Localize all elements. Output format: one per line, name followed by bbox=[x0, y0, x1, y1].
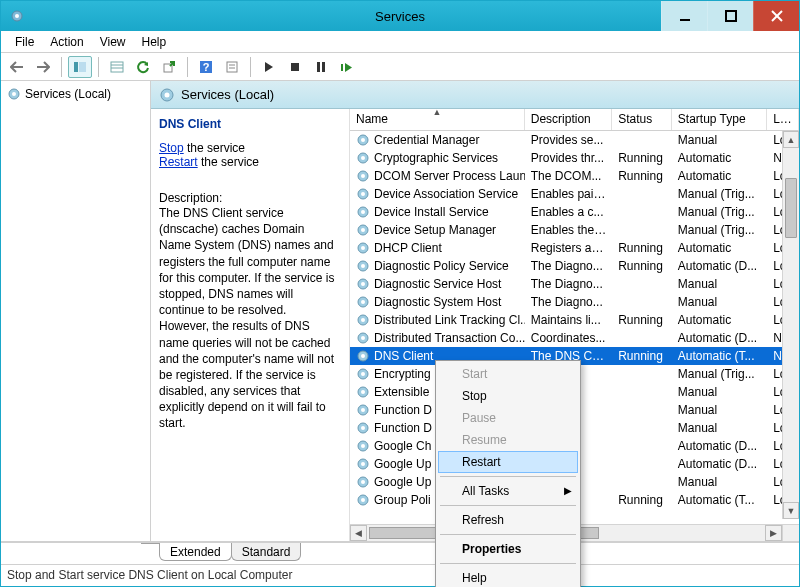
refresh-button[interactable] bbox=[131, 56, 155, 78]
svg-rect-19 bbox=[322, 62, 325, 72]
service-name-cell: Distributed Transaction Co... bbox=[374, 331, 525, 345]
restart-service-link[interactable]: Restart bbox=[159, 155, 198, 169]
service-status-cell: Running bbox=[612, 493, 672, 507]
separator bbox=[98, 57, 99, 77]
svg-point-52 bbox=[361, 372, 365, 376]
service-row[interactable]: Device Association ServiceEnables pair..… bbox=[350, 185, 799, 203]
menu-action[interactable]: Action bbox=[42, 33, 91, 51]
service-row[interactable]: Cryptographic ServicesProvides thr...Run… bbox=[350, 149, 799, 167]
service-description-cell: Enables the ... bbox=[525, 223, 612, 237]
scroll-left-icon[interactable]: ◀ bbox=[350, 525, 367, 541]
pause-service-button[interactable] bbox=[309, 56, 333, 78]
ctx-pause: Pause bbox=[438, 407, 578, 429]
column-startup-type[interactable]: Startup Type bbox=[672, 109, 767, 130]
service-description-cell: Registers an... bbox=[525, 241, 612, 255]
svg-point-48 bbox=[361, 336, 365, 340]
list-view-button[interactable] bbox=[105, 56, 129, 78]
nav-back-button[interactable] bbox=[5, 56, 29, 78]
export-button[interactable] bbox=[157, 56, 181, 78]
svg-point-64 bbox=[361, 480, 365, 484]
service-row[interactable]: DHCP ClientRegisters an...RunningAutomat… bbox=[350, 239, 799, 257]
service-startup-cell: Automatic (D... bbox=[672, 457, 767, 471]
show-hide-tree-button[interactable] bbox=[68, 56, 92, 78]
scroll-right-icon[interactable]: ▶ bbox=[765, 525, 782, 541]
service-row[interactable]: DCOM Server Process Laun...The DCOM...Ru… bbox=[350, 167, 799, 185]
svg-point-1 bbox=[15, 14, 19, 18]
ctx-all-tasks[interactable]: All Tasks▶ bbox=[438, 480, 578, 502]
stop-service-button[interactable] bbox=[283, 56, 307, 78]
column-name[interactable]: Name▲ bbox=[350, 109, 525, 130]
maximize-button[interactable] bbox=[707, 1, 753, 31]
column-log-on-as[interactable]: Log bbox=[767, 109, 799, 130]
scroll-down-icon[interactable]: ▼ bbox=[783, 502, 799, 519]
service-name-cell: Credential Manager bbox=[374, 133, 479, 147]
right-pane-header: Services (Local) bbox=[151, 81, 799, 109]
ctx-properties[interactable]: Properties bbox=[438, 538, 578, 560]
column-description[interactable]: Description bbox=[525, 109, 612, 130]
status-bar: Stop and Start service DNS Client on Loc… bbox=[1, 564, 799, 586]
service-description-cell: Enables a c... bbox=[525, 205, 612, 219]
service-row[interactable]: Diagnostic Service HostThe Diagno...Manu… bbox=[350, 275, 799, 293]
svg-point-30 bbox=[361, 174, 365, 178]
service-name-cell: Distributed Link Tracking Cl... bbox=[374, 313, 525, 327]
gear-icon bbox=[356, 151, 370, 165]
service-name-cell: DHCP Client bbox=[374, 241, 442, 255]
separator bbox=[440, 563, 576, 564]
service-row[interactable]: Diagnostic System HostThe Diagno...Manua… bbox=[350, 293, 799, 311]
service-row[interactable]: Device Setup ManagerEnables the ...Manua… bbox=[350, 221, 799, 239]
gear-icon bbox=[7, 87, 21, 101]
gear-icon bbox=[356, 295, 370, 309]
scroll-up-icon[interactable]: ▲ bbox=[783, 131, 799, 148]
separator bbox=[61, 57, 62, 77]
help-button[interactable]: ? bbox=[194, 56, 218, 78]
menu-help[interactable]: Help bbox=[134, 33, 175, 51]
menu-view[interactable]: View bbox=[92, 33, 134, 51]
ctx-help[interactable]: Help bbox=[438, 567, 578, 587]
service-status-cell: Running bbox=[612, 349, 672, 363]
nav-forward-button[interactable] bbox=[31, 56, 55, 78]
svg-rect-14 bbox=[227, 62, 237, 72]
gear-icon bbox=[356, 349, 370, 363]
close-button[interactable] bbox=[753, 1, 799, 31]
gear-icon bbox=[356, 421, 370, 435]
ctx-stop[interactable]: Stop bbox=[438, 385, 578, 407]
svg-point-32 bbox=[361, 192, 365, 196]
svg-point-56 bbox=[361, 408, 365, 412]
svg-rect-20 bbox=[341, 64, 343, 71]
service-row[interactable]: Distributed Transaction Co...Coordinates… bbox=[350, 329, 799, 347]
service-status-cell: Running bbox=[612, 241, 672, 255]
service-startup-cell: Manual bbox=[672, 133, 767, 147]
service-startup-cell: Manual (Trig... bbox=[672, 367, 767, 381]
service-row[interactable]: Device Install ServiceEnables a c...Manu… bbox=[350, 203, 799, 221]
service-context-menu: Start Stop Pause Resume Restart All Task… bbox=[435, 360, 581, 587]
stop-service-link[interactable]: Stop bbox=[159, 141, 184, 155]
column-status[interactable]: Status bbox=[612, 109, 672, 130]
description-label: Description: bbox=[159, 191, 339, 205]
restart-service-button[interactable] bbox=[335, 56, 359, 78]
service-startup-cell: Manual (Trig... bbox=[672, 223, 767, 237]
properties-button[interactable] bbox=[220, 56, 244, 78]
detail-pane: DNS Client Stop the service Restart the … bbox=[151, 109, 349, 541]
service-name-cell: Encrypting bbox=[374, 367, 431, 381]
tab-extended[interactable]: Extended bbox=[159, 543, 232, 561]
services-window: Services File Action View Help ? bbox=[0, 0, 800, 587]
separator bbox=[440, 534, 576, 535]
tree-root-services-local[interactable]: Services (Local) bbox=[5, 85, 146, 103]
ctx-restart[interactable]: Restart bbox=[438, 451, 578, 473]
service-row[interactable]: Credential ManagerProvides se...ManualLo… bbox=[350, 131, 799, 149]
vertical-scrollbar[interactable]: ▲ ▼ bbox=[782, 131, 799, 519]
menu-file[interactable]: File bbox=[7, 33, 42, 51]
service-row[interactable]: Diagnostic Policy ServiceThe Diagno...Ru… bbox=[350, 257, 799, 275]
service-startup-cell: Manual bbox=[672, 385, 767, 399]
scroll-thumb[interactable] bbox=[785, 178, 797, 238]
service-startup-cell: Manual bbox=[672, 475, 767, 489]
tab-standard[interactable]: Standard bbox=[231, 543, 302, 561]
svg-rect-3 bbox=[726, 11, 736, 21]
service-description-cell: Provides thr... bbox=[525, 151, 612, 165]
ctx-refresh[interactable]: Refresh bbox=[438, 509, 578, 531]
svg-rect-2 bbox=[680, 19, 690, 21]
service-row[interactable]: Distributed Link Tracking Cl...Maintains… bbox=[350, 311, 799, 329]
gear-icon bbox=[356, 367, 370, 381]
start-service-button[interactable] bbox=[257, 56, 281, 78]
minimize-button[interactable] bbox=[661, 1, 707, 31]
